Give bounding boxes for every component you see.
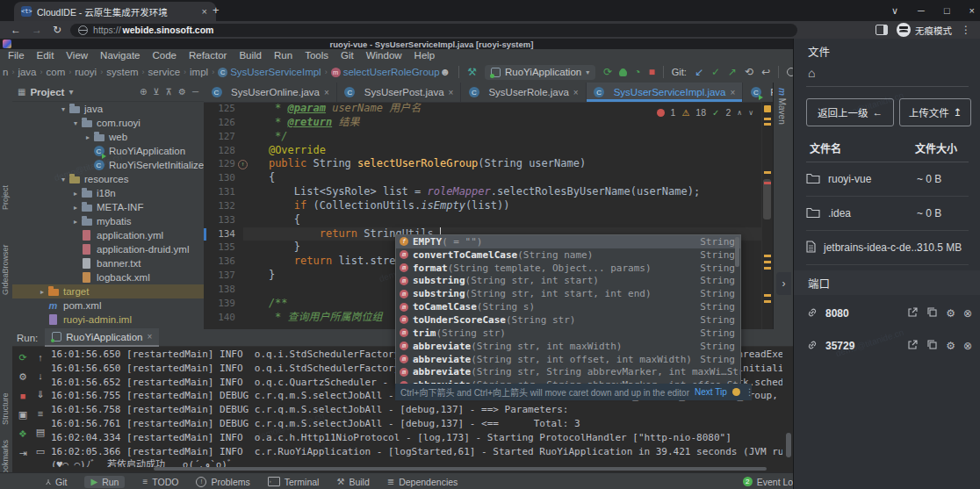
up-stacktrace-icon[interactable]: ↑ <box>38 352 43 363</box>
close-icon[interactable]: × <box>731 88 736 97</box>
warning-marker[interactable] <box>764 255 771 257</box>
stop-icon[interactable]: ■ <box>20 391 26 401</box>
close-circle-icon[interactable]: ⊗ <box>963 308 972 319</box>
new-tab-button[interactable]: + <box>213 4 220 17</box>
code-line[interactable]: public String selectUserRoleGroup(String… <box>243 157 762 171</box>
tool-window-tab-gideabrowser[interactable]: GIdeaBrowser <box>1 244 10 295</box>
code-line[interactable]: if (CollectionUtils.isEmpty(list)) <box>243 199 762 213</box>
chevron-down-icon[interactable]: ▾ <box>68 87 73 97</box>
scroll-to-end-icon[interactable]: ⇓ <box>36 389 44 400</box>
warning-marker[interactable] <box>764 123 771 126</box>
tree-toggle-icon[interactable]: ▾ <box>58 105 68 113</box>
menu-file[interactable]: File <box>2 49 31 61</box>
editor-scrollbar[interactable] <box>761 102 773 329</box>
side-panel-icon[interactable] <box>876 25 888 35</box>
menu-window[interactable]: Window <box>360 49 408 61</box>
project-panel-title[interactable]: Project <box>30 87 64 97</box>
status-item-git[interactable]: YGit <box>46 477 67 487</box>
inspection-marker[interactable] <box>764 105 771 112</box>
console-vscrollbar-thumb[interactable] <box>786 433 791 457</box>
warning-marker[interactable] <box>764 118 771 120</box>
restart-icon[interactable]: ❖ <box>18 428 27 440</box>
completion-item[interactable]: mabbreviate(String str, int offset, int … <box>396 353 740 366</box>
back-icon[interactable]: ← <box>11 24 21 36</box>
tree-item-logback.xml[interactable]: logback.xml <box>12 270 204 284</box>
menu-help[interactable]: Help <box>408 49 442 61</box>
upload-file-button[interactable]: 上传文件 ↥ <box>899 98 971 126</box>
stop-icon[interactable]: ■ <box>649 67 655 77</box>
completion-item[interactable]: msubstring(String str, int start, int en… <box>396 287 740 300</box>
warning-marker[interactable] <box>764 171 771 174</box>
tool-window-tab-structure[interactable]: Structure <box>1 392 10 425</box>
gear-icon[interactable]: ⚙ <box>946 308 955 319</box>
menu-tools[interactable]: Tools <box>299 49 335 61</box>
breadcrumb-item[interactable]: com <box>47 67 66 77</box>
tool-window-tab-project[interactable]: Project <box>1 185 10 210</box>
close-icon[interactable]: × <box>573 88 579 97</box>
code-line[interactable]: * @param userName 用户名 <box>243 102 762 116</box>
user-icon[interactable]: ☻ <box>440 67 451 77</box>
code-line[interactable]: @Override <box>243 144 762 158</box>
locate-file-icon[interactable]: ⊕ <box>140 87 147 97</box>
down-stacktrace-icon[interactable]: ↓ <box>38 370 43 381</box>
file-row-.idea[interactable]: .idea~ 0 B <box>806 197 969 231</box>
completion-item[interactable]: mtoUnderScoreCase(String str)String <box>396 313 740 327</box>
gear-icon[interactable]: ⚙ <box>946 341 955 351</box>
close-icon[interactable]: × <box>324 88 329 97</box>
warning-marker[interactable] <box>764 300 771 303</box>
tree-item-mybatis[interactable]: ▸mybatis <box>12 214 204 228</box>
menu-view[interactable]: View <box>60 49 94 61</box>
run-configuration-select[interactable]: RuoYiApplication ▾ <box>485 65 595 80</box>
collapse-all-icon[interactable]: ⊼ <box>166 87 172 97</box>
editor-tab-SysUserRole.java[interactable]: CSysUserRole.java× <box>461 83 586 102</box>
copy-icon[interactable] <box>926 339 938 353</box>
tree-item-ruoyi-admin.iml[interactable]: ruoyi-admin.iml <box>12 313 204 327</box>
tree-item-pom.xml[interactable]: mpom.xml <box>12 298 204 313</box>
completion-item[interactable]: mtrim(String str)String <box>396 327 740 340</box>
close-circle-icon[interactable]: ⊗ <box>963 341 972 351</box>
tree-toggle-icon[interactable]: ▾ <box>70 119 81 127</box>
menu-edit[interactable]: Edit <box>31 49 61 61</box>
rerun-icon[interactable]: ⟳ <box>18 352 26 363</box>
coverage-icon[interactable]: ◔ <box>634 67 640 77</box>
expand-all-icon[interactable]: ⊻ <box>153 87 159 97</box>
tree-toggle-icon[interactable]: ▸ <box>70 190 81 198</box>
tree-toggle-icon[interactable]: ▸ <box>70 218 81 226</box>
browser-tab[interactable]: <t> CloudIDE - 云原生集成开发环境 × <box>14 2 216 21</box>
tab-close-icon[interactable]: × <box>200 6 209 17</box>
home-icon[interactable]: ⌂ <box>808 66 815 80</box>
thread-dump-icon[interactable]: ▣ <box>18 409 27 421</box>
menu-refactor[interactable]: Refactor <box>183 49 233 61</box>
scrollbar-thumb[interactable] <box>763 179 771 219</box>
git-commit-icon[interactable]: ✓ <box>711 67 720 77</box>
breadcrumb-item[interactable]: java <box>18 67 36 77</box>
breadcrumb-method[interactable]: mselectUserRoleGroup <box>331 67 440 77</box>
close-icon[interactable]: × <box>147 332 152 342</box>
git-update-icon[interactable]: ↙ <box>695 67 703 77</box>
breadcrumb-item[interactable]: service <box>148 67 180 77</box>
gear-icon[interactable]: ⚙ <box>178 87 186 97</box>
tree-item-target[interactable]: ▸target <box>12 284 204 298</box>
editor-tab-SysUserServiceImpl.java[interactable]: CSysUserServiceImpl.java× <box>587 83 744 102</box>
rollback-icon[interactable]: ↩ <box>761 67 770 77</box>
warning-marker[interactable] <box>764 294 771 297</box>
menu-git[interactable]: Git <box>335 49 360 61</box>
soft-wrap-icon[interactable]: ≡ <box>38 408 43 419</box>
error-marker[interactable] <box>764 182 771 184</box>
open-external-icon[interactable] <box>907 339 919 353</box>
code-line[interactable]: * @return 结果 <box>243 116 762 130</box>
breadcrumb-item[interactable]: ruoyi <box>75 67 97 77</box>
status-item-build[interactable]: ⚒Build <box>336 477 369 487</box>
tree-item-application-druid.yml[interactable]: application-druid.yml <box>12 242 204 256</box>
build-hammer-icon[interactable]: ⚒ <box>467 67 477 77</box>
close-icon[interactable]: × <box>449 88 454 97</box>
close-icon[interactable]: × <box>969 5 975 16</box>
clear-all-icon[interactable]: ▭ <box>36 446 45 457</box>
completion-item[interactable]: mtoCamelCase(String s)String <box>396 300 740 313</box>
tree-item-banner.txt[interactable]: banner.txt <box>12 256 204 270</box>
breadcrumb-item[interactable]: system <box>106 67 138 77</box>
open-external-icon[interactable] <box>907 306 919 320</box>
chevron-down-icon[interactable]: ∨ <box>891 5 898 17</box>
status-item-todo[interactable]: ≡TODO <box>142 477 178 487</box>
copy-icon[interactable] <box>926 306 938 320</box>
